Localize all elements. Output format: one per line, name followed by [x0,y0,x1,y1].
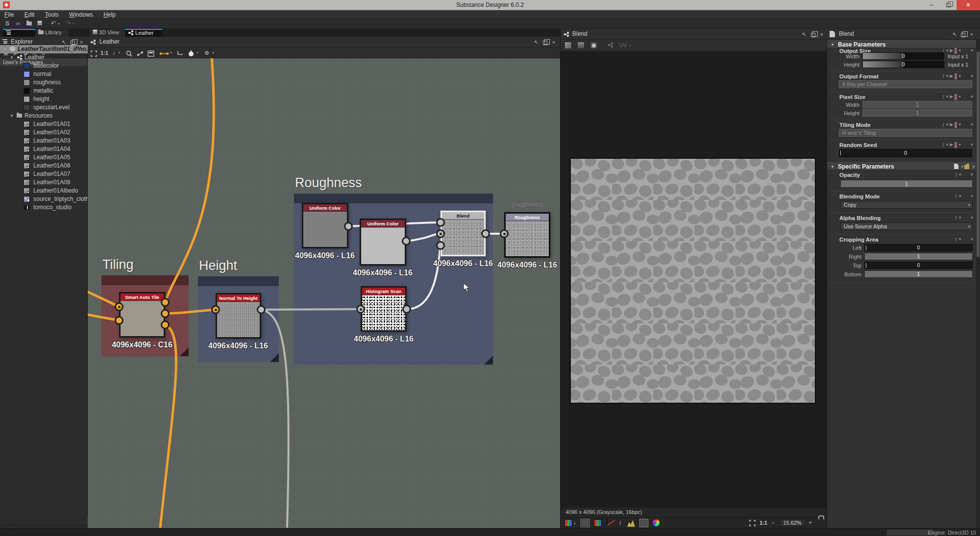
tree-item-output-height[interactable]: height [0,95,88,103]
wire-style-icon[interactable] [177,49,184,57]
maximize-button[interactable] [940,0,956,10]
preset-save-dropdown-icon[interactable]: ▾ [973,165,975,169]
close-panel-icon[interactable]: × [818,30,826,38]
tab-3d-view[interactable]: 3D View [90,29,125,37]
expand-icon[interactable]: ▶ [950,73,954,78]
node-smart-auto-tile[interactable]: Smart Auto Tile [119,292,165,338]
relative-toggle-icon[interactable] [955,73,957,79]
function-icon[interactable]: ƒ [942,122,945,127]
undo-button[interactable]: ↶ [49,20,58,27]
graph-canvas[interactable]: Tiling Height Roughness Smart Auto Tile [88,58,560,528]
parameter-menu-icon[interactable]: ▾ [971,172,973,178]
fit-view-icon[interactable] [749,520,757,527]
function-icon[interactable]: ƒ [955,237,957,242]
histogram-icon[interactable] [627,519,635,527]
gear-dropdown-icon[interactable]: ▾ [212,49,214,57]
info-dropdown-icon[interactable]: ▾ [118,49,120,57]
tab-library[interactable]: Library [35,29,69,37]
fit-view-icon[interactable] [91,49,97,57]
actual-size-button[interactable]: 1:1 [760,520,767,526]
zoom-percent-field[interactable]: 15.62% [780,519,805,527]
node-roughness-output[interactable]: Roughness [504,212,550,258]
parameter-menu-icon[interactable]: ▾ [971,215,973,221]
cropping-bottom-field[interactable]: 1 [864,270,973,278]
output-pin[interactable] [402,237,411,245]
relative-toggle-icon[interactable] [955,142,957,148]
function-icon[interactable]: ƒ [955,194,957,198]
actual-size-button[interactable]: 1:1 [100,49,108,57]
node-uniform-color-1[interactable]: Uniform Color [302,203,348,248]
function-icon[interactable]: ƒ [942,73,945,78]
auto-link-icon[interactable] [159,49,169,57]
cropping-left-field[interactable]: 0 [864,244,973,251]
dropdown-icon[interactable]: ▾ [958,94,961,99]
unpin-icon[interactable]: ↖ [800,30,808,38]
tree-item-resource[interactable]: Leather01A07 [0,170,88,178]
close-panel-icon[interactable]: × [968,30,976,38]
redo-dropdown-icon[interactable]: ▾ [73,22,74,26]
expand-icon[interactable]: ▶ [950,142,954,147]
menu-tools[interactable]: Tools [41,10,63,18]
expand-icon[interactable]: ▶ [950,94,954,99]
publish-icon[interactable] [35,20,44,27]
parameter-menu-icon[interactable]: ▾ [971,142,973,148]
function-icon[interactable]: ƒ [942,94,945,99]
section-base-parameters[interactable]: ▼ Base Parameters [827,40,976,49]
parameter-menu-icon[interactable]: ▾ [971,237,973,243]
random-seed-field[interactable]: 0 [839,149,972,157]
menu-windows[interactable]: Windows [65,10,98,18]
output-pin[interactable] [257,305,266,314]
node-normal-to-height-hq[interactable]: Normal To Height HQ [216,293,261,339]
gradient-background-icon[interactable] [594,519,602,527]
auto-link-dropdown-icon[interactable]: ▾ [170,49,172,57]
float-icon[interactable] [959,30,967,38]
tree-item-resource[interactable]: source_triptych_cloth [0,195,88,203]
tree-item-resource[interactable]: tomoco_studio [0,203,88,212]
expand-icon[interactable]: ▶ [950,48,954,53]
tab-leather-graph[interactable]: Leather [125,29,162,37]
function-icon[interactable]: ƒ [955,172,957,177]
tree-item-resource[interactable]: Leather01A03 [0,137,88,145]
dropdown-icon[interactable]: ▾ [958,122,961,127]
import-icon[interactable] [24,20,33,27]
tab-explorer[interactable]: Explorer [3,29,35,37]
node-blend[interactable]: Blend [441,211,486,256]
minimize-button[interactable]: – [923,0,940,10]
output-pin[interactable] [344,222,353,231]
tree-item-resource[interactable]: Leather01A01 [0,120,88,128]
dropdown-icon[interactable]: ▾ [958,73,961,78]
preset-icon[interactable] [954,164,958,169]
redo-button[interactable]: ↷ [64,20,73,27]
timer-dropdown-icon[interactable]: ▾ [196,49,198,57]
cropping-right-field[interactable]: 1 [864,253,973,260]
unpin-icon[interactable]: ↖ [532,38,540,46]
undo-dropdown-icon[interactable]: ▾ [58,22,60,26]
close-panel-icon[interactable]: × [550,38,558,46]
function-icon[interactable]: ƒ [955,215,957,220]
input-pin[interactable] [436,229,445,238]
color-picker-icon[interactable] [640,519,648,527]
parameter-menu-icon[interactable]: ▾ [971,122,973,128]
expand-arrow-icon[interactable]: ▼ [3,47,7,51]
tree-item-output-normal[interactable]: normal [0,70,88,78]
compute-timer-icon[interactable] [188,49,195,57]
menu-help[interactable]: Help [99,10,120,18]
alpha-blending-dropdown[interactable]: Use Source Alpha ▾ [840,222,973,230]
output-width-field[interactable]: 0 [862,52,944,60]
properties-scrollbar[interactable] [976,40,980,528]
dropdown-icon[interactable]: ▾ [958,48,961,53]
menu-file[interactable]: File [0,10,18,18]
input-pin[interactable] [356,305,365,314]
function-icon[interactable]: ƒ [942,142,945,147]
input-pin[interactable] [500,229,509,238]
link-icon[interactable]: ∞ [14,20,23,27]
tree-item-resource[interactable]: Leather01A05 [0,153,88,162]
opacity-slider[interactable]: 1 [840,180,973,188]
output-pin[interactable] [161,298,170,307]
expand-icon[interactable]: ▶ [950,122,954,127]
input-pin[interactable] [436,241,445,250]
tree-item-resource[interactable]: Leather01A08 [0,178,88,187]
tree-item-output-metallic[interactable]: metallic [0,87,88,95]
info-icon[interactable]: i [619,519,621,527]
link-nodes-icon[interactable] [137,49,144,57]
